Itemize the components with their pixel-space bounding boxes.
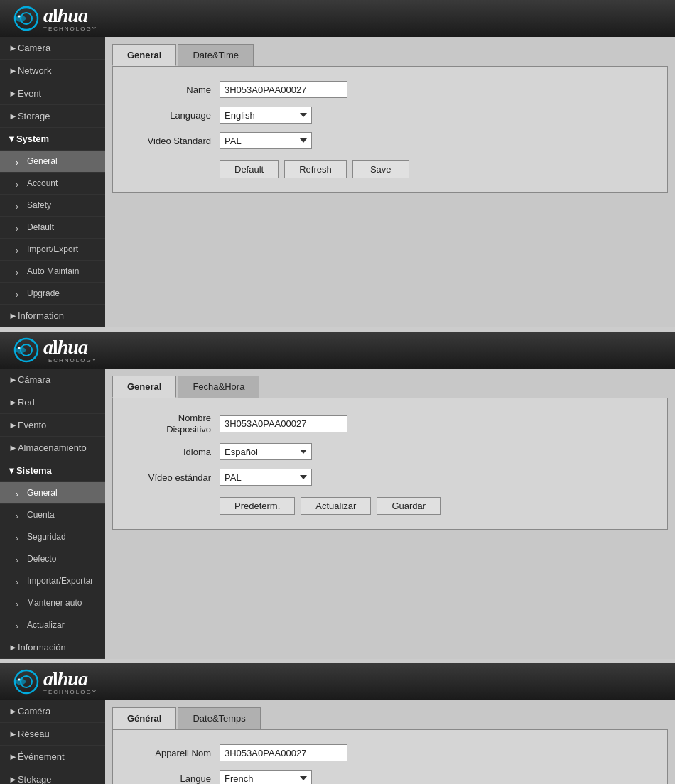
sidebar-category-system[interactable]: ▼System [0,128,105,151]
expand-icon: ► [9,420,18,430]
sidebar-label: Storage [18,111,50,121]
sidebar-label: Event [18,88,41,99]
sidebar-label: Red [18,397,35,408]
sidebar-item-import-export[interactable]: ›Import/Export [0,239,105,261]
dahua-logo-icon [11,6,42,31]
sidebar: ►Cámara►Red►Evento►Almacenamiento▼Sistem… [0,369,105,659]
sidebar-category-red[interactable]: ►Red [0,391,105,414]
arrow-icon: › [16,158,23,165]
svg-point-2 [18,16,21,18]
sidebar-category-almacenamiento[interactable]: ►Almacenamiento [0,437,105,459]
sidebar-category-c-mara[interactable]: ►Cámara [0,369,105,391]
sidebar-item-account[interactable]: ›Account [0,173,105,195]
sidebar-item-auto-maintain[interactable]: ›Auto Maintain [0,261,105,283]
logo-main-text: alhua [43,337,97,357]
collapse-icon: ▼ [7,134,16,144]
panel-spanish: alhua TECHNOLOGY ►Cámara►Red►Evento►Alma… [0,332,675,659]
form-select-2[interactable]: PALNTSC [220,132,312,149]
main-content: GeneralFecha&HoraNombreDispositivoIdioma… [105,369,675,659]
button-save[interactable]: Save [352,160,409,178]
sidebar-item-cuenta[interactable]: ›Cuenta [0,504,105,526]
tab-0[interactable]: General [112,44,176,66]
form-input-0[interactable] [220,744,347,761]
sidebar-item-defecto[interactable]: ›Defecto [0,548,105,570]
sidebar-label: Sistema [16,465,52,476]
sidebar-category-cam-ra[interactable]: ►Caméra [0,700,105,723]
sidebar-category-r-seau[interactable]: ►Réseau [0,723,105,746]
sidebar-item-importar-exportar[interactable]: ›Importar/Exportar [0,570,105,592]
sidebar-category-network[interactable]: ►Network [0,60,105,82]
sidebar-item-general-active[interactable]: ›General [0,482,105,504]
form-select-2[interactable]: PALNTSC [220,469,312,486]
sidebar-category-camera[interactable]: ►Camera [0,37,105,60]
content-area: ►Camera►Network►Event►Storage▼System›Gen… [0,37,675,327]
sidebar-label: Cámara [18,374,50,385]
sidebar-category-system[interactable]: ▼Sistema [0,459,105,482]
form-label-0: Name [127,85,220,95]
form-input-0[interactable] [220,81,347,98]
sidebar-item-general-active[interactable]: ›General [0,151,105,173]
button-refresh[interactable]: Refresh [284,160,347,178]
expand-icon: ► [9,88,18,99]
button-default[interactable]: Default [220,160,279,178]
arrow-icon: › [16,268,23,275]
collapse-icon: ▼ [7,465,16,476]
form-row-0: NombreDispositivo [127,413,646,435]
arrow-icon: › [16,555,23,562]
sidebar-category--v-nement[interactable]: ►Événement [0,746,105,768]
expand-icon: ► [9,751,18,762]
sidebar-category-event[interactable]: ►Event [0,82,105,105]
logo-sub-text: TECHNOLOGY [43,357,97,364]
tab-1[interactable]: Date&Temps [178,707,260,729]
form-row-1: LangueFrenchEnglishSpanish [127,770,646,784]
main-content: GénéralDate&TempsAppareil NomLangueFrenc… [105,700,675,784]
form-select-1[interactable]: EspañolEnglishFrench [220,443,312,460]
form-label-1: Langue [127,773,220,784]
expand-icon: ► [9,706,18,717]
tab-1[interactable]: Fecha&Hora [178,376,259,398]
tabs: GeneralDate&Time [112,44,668,66]
svg-point-5 [18,347,21,349]
header: alhua TECHNOLOGY [0,0,675,37]
arrow-icon: › [16,621,23,628]
dahua-logo-icon [11,669,42,695]
tab-0[interactable]: Général [112,707,176,729]
form-select-1[interactable]: EnglishSpanishFrench [220,107,312,124]
button-guardar[interactable]: Guardar [377,497,441,515]
dahua-logo-icon [11,337,42,363]
arrow-icon: › [16,290,23,297]
sidebar-label: Auto Maintain [27,266,79,276]
logo-text: alhua TECHNOLOGY [43,337,97,364]
sidebar-category-stokage[interactable]: ►Stokage [0,768,105,784]
sidebar-label: System [16,134,49,144]
sidebar-label: Information [18,310,64,321]
sidebar-label: General [27,156,58,166]
sidebar-item-actualizar[interactable]: ›Actualizar [0,614,105,636]
form-input-0[interactable] [220,415,347,432]
arrow-icon: › [16,599,23,606]
sidebar-category-informaci-n[interactable]: ►Información [0,636,105,659]
expand-icon: ► [9,111,18,121]
arrow-icon: › [16,180,23,187]
logo-main-text: alhua [43,669,97,689]
button-actualizar[interactable]: Actualizar [301,497,371,515]
content-area: ►Caméra►Réseau►Événement►Stokage▼Système… [0,700,675,784]
sidebar-item-default[interactable]: ›Default [0,217,105,239]
arrow-icon: › [16,533,23,540]
tab-0[interactable]: General [112,376,176,398]
sidebar-category-storage[interactable]: ►Storage [0,105,105,128]
button-predeterm-[interactable]: Predeterm. [220,497,295,515]
sidebar-category-information[interactable]: ►Information [0,305,105,327]
sidebar-item-upgrade[interactable]: ›Upgrade [0,283,105,305]
sidebar-item-seguridad[interactable]: ›Seguridad [0,526,105,548]
tab-1[interactable]: Date&Time [178,44,254,66]
sidebar-item-mantener-auto[interactable]: ›Mantener auto [0,592,105,614]
sidebar-category-evento[interactable]: ►Evento [0,414,105,437]
sidebar-label: Mantener auto [27,598,82,608]
form-row-1: IdiomaEspañolEnglishFrench [127,443,646,460]
sidebar-item-safety[interactable]: ›Safety [0,195,105,217]
form-select-1[interactable]: FrenchEnglishSpanish [220,770,312,784]
logo-sub-text: TECHNOLOGY [43,26,97,32]
sidebar-label: Caméra [18,706,50,717]
sidebar-label: Evento [18,420,46,430]
